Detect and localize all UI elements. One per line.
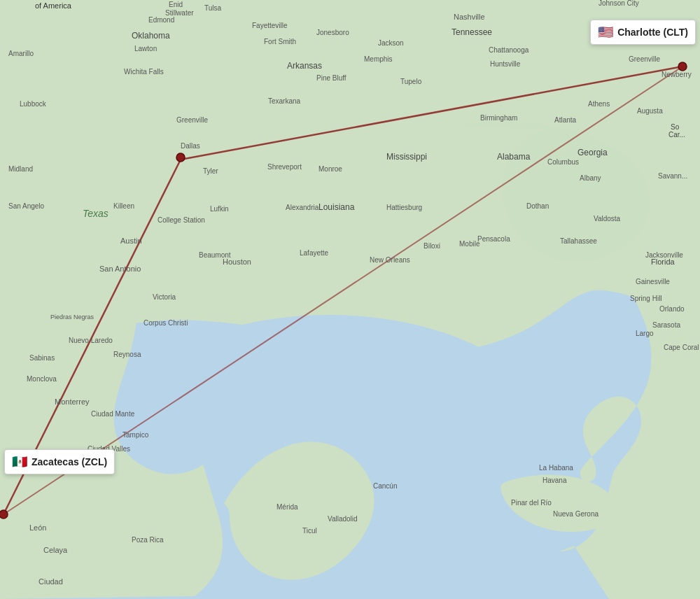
- svg-text:Cancún: Cancún: [373, 482, 397, 490]
- svg-text:Car...: Car...: [668, 131, 685, 139]
- svg-text:Amarillo: Amarillo: [8, 50, 34, 57]
- svg-text:Tallahassee: Tallahassee: [560, 237, 597, 245]
- svg-text:Dothan: Dothan: [526, 202, 549, 210]
- us-flag-icon: 🇺🇸: [598, 24, 613, 40]
- svg-text:Jackson: Jackson: [378, 39, 404, 47]
- svg-point-102: [678, 62, 687, 71]
- svg-text:Cape Coral: Cape Coral: [664, 344, 699, 351]
- svg-point-101: [176, 153, 185, 162]
- svg-text:Newberry: Newberry: [662, 71, 692, 78]
- svg-text:Jonesboro: Jonesboro: [316, 29, 349, 36]
- charlotte-airport-label: 🇺🇸 Charlotte (CLT): [590, 20, 696, 45]
- svg-text:Fort Smith: Fort Smith: [264, 38, 296, 45]
- svg-text:Texas: Texas: [83, 208, 108, 219]
- svg-text:Pine Bluff: Pine Bluff: [316, 74, 346, 82]
- svg-text:New Orleans: New Orleans: [370, 256, 410, 264]
- svg-text:Victoria: Victoria: [153, 293, 176, 301]
- map-svg: of America Oklahoma Arkansas Tennessee T…: [0, 0, 700, 599]
- svg-text:San Antonio: San Antonio: [99, 265, 141, 273]
- svg-text:Dallas: Dallas: [181, 142, 200, 150]
- svg-text:Ticul: Ticul: [302, 527, 317, 535]
- charlotte-label-text: Charlotte (CLT): [617, 27, 688, 38]
- svg-text:Lubbock: Lubbock: [20, 100, 47, 108]
- svg-point-103: [0, 510, 8, 519]
- svg-text:Memphis: Memphis: [364, 55, 393, 63]
- svg-text:Tulsa: Tulsa: [204, 4, 222, 12]
- svg-text:Albany: Albany: [580, 174, 601, 182]
- svg-text:Gainesville: Gainesville: [636, 278, 670, 286]
- svg-text:Greenville: Greenville: [176, 116, 208, 124]
- svg-text:Nashville: Nashville: [454, 13, 485, 21]
- svg-text:Texarkana: Texarkana: [268, 97, 301, 105]
- svg-text:Enid: Enid: [169, 1, 183, 8]
- zacatecas-label-text: Zacatecas (ZCL): [31, 456, 107, 467]
- svg-text:Lawton: Lawton: [134, 45, 157, 52]
- svg-text:Columbus: Columbus: [547, 158, 579, 166]
- svg-text:of America: of America: [35, 1, 72, 10]
- svg-text:Nuevo Laredo: Nuevo Laredo: [69, 337, 113, 344]
- svg-text:Jacksonville: Jacksonville: [645, 251, 683, 259]
- svg-text:Shreveport: Shreveport: [267, 163, 302, 171]
- svg-text:Sarasota: Sarasota: [652, 321, 680, 329]
- svg-text:Corpus Christi: Corpus Christi: [144, 319, 188, 327]
- svg-text:Largo: Largo: [636, 330, 654, 337]
- svg-text:Athens: Athens: [588, 100, 610, 108]
- svg-text:Tupelo: Tupelo: [400, 78, 422, 85]
- svg-text:Pinar del Río: Pinar del Río: [511, 499, 552, 507]
- zacatecas-airport-label: 🇲🇽 Zacatecas (ZCL): [4, 449, 115, 474]
- svg-text:Spring Hill: Spring Hill: [630, 295, 662, 302]
- svg-text:Sabinas: Sabinas: [29, 354, 55, 362]
- svg-text:Fayetteville: Fayetteville: [252, 22, 288, 29]
- svg-text:Valladolid: Valladolid: [328, 515, 358, 523]
- svg-text:Lufkin: Lufkin: [210, 205, 229, 213]
- map-container: of America Oklahoma Arkansas Tennessee T…: [0, 0, 700, 599]
- svg-text:Orlando: Orlando: [659, 305, 685, 313]
- svg-text:Chattanooga: Chattanooga: [489, 46, 529, 54]
- svg-text:Killeen: Killeen: [113, 202, 134, 210]
- svg-text:Ciudad Mante: Ciudad Mante: [91, 410, 135, 418]
- svg-text:Birmingham: Birmingham: [480, 114, 517, 122]
- svg-text:Tampico: Tampico: [122, 431, 149, 439]
- svg-text:Tennessee: Tennessee: [451, 27, 492, 37]
- svg-text:Lafayette: Lafayette: [300, 249, 329, 257]
- svg-text:Piedras Negras: Piedras Negras: [50, 313, 94, 320]
- mx-flag-icon: 🇲🇽: [12, 454, 27, 470]
- svg-text:Monclova: Monclova: [27, 375, 57, 383]
- svg-text:León: León: [29, 523, 46, 532]
- svg-text:Greenville: Greenville: [629, 55, 660, 63]
- svg-text:Wichita Falls: Wichita Falls: [124, 68, 164, 76]
- svg-text:Atlanta: Atlanta: [554, 116, 577, 124]
- svg-text:Alexandria: Alexandria: [286, 204, 319, 211]
- svg-text:Poza Rica: Poza Rica: [132, 536, 164, 544]
- svg-text:San Angelo: San Angelo: [8, 202, 45, 210]
- svg-text:Monroe: Monroe: [318, 165, 342, 173]
- svg-text:La Habana: La Habana: [539, 464, 573, 472]
- svg-text:Oklahoma: Oklahoma: [132, 31, 170, 41]
- svg-text:Houston: Houston: [223, 258, 251, 266]
- svg-text:Hattiesburg: Hattiesburg: [386, 204, 422, 211]
- svg-text:Celaya: Celaya: [43, 546, 68, 554]
- svg-text:Arkansas: Arkansas: [287, 61, 322, 71]
- svg-text:Mississippi: Mississippi: [386, 152, 427, 162]
- svg-text:Savann...: Savann...: [658, 172, 687, 180]
- svg-text:Pensacola: Pensacola: [477, 235, 510, 243]
- svg-text:Alabama: Alabama: [497, 152, 531, 162]
- svg-text:Georgia: Georgia: [578, 148, 608, 157]
- svg-text:Nueva Gerona: Nueva Gerona: [553, 510, 598, 518]
- svg-text:Biloxi: Biloxi: [424, 242, 440, 250]
- svg-text:Tyler: Tyler: [203, 167, 218, 175]
- svg-text:So: So: [671, 123, 680, 131]
- svg-text:Havana: Havana: [542, 477, 567, 484]
- svg-text:Johnson City: Johnson City: [598, 0, 639, 7]
- svg-text:Augusta: Augusta: [637, 107, 663, 115]
- svg-text:Huntsville: Huntsville: [490, 60, 521, 68]
- svg-text:Mérida: Mérida: [276, 503, 298, 511]
- svg-text:College Station: College Station: [158, 216, 205, 224]
- svg-text:Reynosa: Reynosa: [113, 351, 141, 358]
- svg-text:Valdosta: Valdosta: [594, 215, 621, 223]
- svg-text:Louisiana: Louisiana: [318, 202, 355, 212]
- svg-text:Ciudad: Ciudad: [38, 577, 63, 586]
- svg-text:Edmond: Edmond: [148, 16, 174, 24]
- svg-text:Monterrey: Monterrey: [55, 397, 90, 406]
- svg-text:Austin: Austin: [120, 237, 142, 245]
